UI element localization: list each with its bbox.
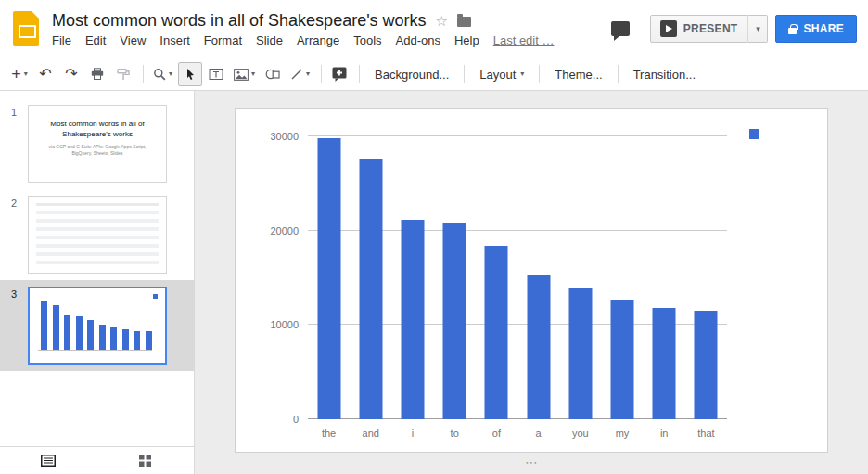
share-button[interactable]: SHARE	[775, 15, 857, 43]
thumb-title-text: Most common words in all of Shakespeare'…	[40, 120, 155, 140]
paint-roller-icon	[117, 68, 130, 81]
notes-resize-handle[interactable]: ⋯	[525, 455, 538, 468]
menu-help[interactable]: Help	[454, 33, 479, 47]
slide-2-thumb[interactable]	[28, 196, 167, 274]
thumb-subtitle-text: via GCP and G Suite APIs: Google Apps Sc…	[47, 144, 147, 158]
bar-and[interactable]	[359, 159, 382, 419]
transition-button[interactable]: Transition...	[624, 62, 705, 86]
chevron-down-icon: ▾	[24, 70, 28, 78]
bar-in[interactable]	[653, 308, 676, 419]
document-title[interactable]: Most common words in all of Shakespeare'…	[52, 11, 427, 31]
menu-format[interactable]: Format	[204, 33, 242, 47]
add-comment-button[interactable]	[327, 62, 351, 86]
layout-label: Layout	[479, 68, 516, 82]
mini-bar	[64, 315, 70, 350]
bar-the[interactable]	[317, 138, 340, 419]
present-label: PRESENT	[683, 22, 738, 35]
select-tool-button[interactable]	[178, 62, 202, 86]
divider	[321, 65, 322, 83]
google-slides-app: Most common words in all of Shakespeare'…	[0, 0, 868, 474]
bar-chart[interactable]: 0100002000030000theanditoofayoumyinthat	[236, 109, 827, 452]
y-axis-tick-label: 0	[293, 414, 299, 425]
slide-number: 3	[0, 287, 28, 365]
undo-button[interactable]: ↶	[33, 62, 57, 86]
print-button[interactable]	[85, 62, 109, 86]
cursor-icon	[184, 68, 197, 81]
insert-image-button[interactable]: ▾	[230, 62, 259, 86]
slide-1-thumb[interactable]: Most common words in all of Shakespeare'…	[28, 105, 167, 183]
lock-icon	[788, 28, 797, 34]
present-button[interactable]: PRESENT	[650, 15, 748, 43]
mini-bar	[122, 329, 129, 350]
line-icon	[290, 68, 303, 81]
y-axis-tick-label: 20000	[270, 225, 299, 237]
theme-label: Theme...	[555, 68, 602, 82]
legend-swatch	[749, 129, 760, 139]
bar-i[interactable]	[402, 220, 425, 419]
bar-of[interactable]	[485, 246, 508, 419]
bar-you[interactable]	[568, 288, 592, 419]
slides-logo-icon[interactable]	[13, 11, 39, 46]
star-icon[interactable]: ☆	[436, 14, 448, 28]
background-button[interactable]: Background...	[365, 62, 458, 86]
grid-view-icon	[139, 455, 151, 467]
bar-a[interactable]	[527, 275, 550, 419]
chart-plot: 0100002000030000theanditoofayoumyinthat	[308, 136, 727, 419]
menu-tools[interactable]: Tools	[353, 33, 381, 47]
x-axis-label: a	[536, 428, 542, 439]
share-label: SHARE	[803, 22, 844, 35]
folder-icon[interactable]	[457, 17, 471, 27]
transition-label: Transition...	[633, 68, 696, 82]
image-icon	[234, 69, 249, 81]
plus-icon: +	[11, 66, 21, 83]
slide-number: 1	[0, 105, 28, 183]
menu-addons[interactable]: Add-ons	[396, 33, 440, 47]
paint-format-button[interactable]	[111, 62, 135, 86]
slide-thumbnail-2[interactable]: 2	[0, 189, 194, 280]
last-edit-link[interactable]: Last edit …	[493, 33, 555, 47]
bar-my[interactable]	[611, 300, 634, 419]
zoom-button[interactable]: ▾	[149, 62, 176, 86]
chevron-down-icon: ▾	[251, 70, 255, 78]
current-slide[interactable]: 0100002000030000theanditoofayoumyinthat	[235, 108, 828, 453]
filmstrip-view-button[interactable]	[0, 455, 97, 467]
slide-thumbnail-1[interactable]: 1 Most common words in all of Shakespear…	[0, 98, 194, 189]
menu-file[interactable]: File	[52, 33, 71, 47]
menu-slide[interactable]: Slide	[256, 33, 283, 47]
redo-button[interactable]: ↷	[59, 62, 83, 86]
bar-to[interactable]	[443, 223, 466, 419]
slide-thumbnail-3[interactable]: 3	[0, 280, 194, 371]
layout-button[interactable]: Layout ▾	[470, 62, 533, 86]
menu-arrange[interactable]: Arrange	[297, 33, 339, 47]
menu-bar: File Edit View Insert Format Slide Arran…	[52, 33, 568, 47]
main-area: 1 Most common words in all of Shakespear…	[0, 91, 868, 474]
slide-canvas: 0100002000030000theanditoofayoumyinthat …	[195, 91, 868, 474]
present-group: PRESENT ▾	[650, 15, 769, 43]
comments-icon[interactable]	[611, 21, 630, 36]
chevron-down-icon: ▾	[520, 70, 524, 78]
insert-shape-button[interactable]	[261, 62, 285, 86]
x-axis-label: my	[616, 428, 630, 439]
insert-line-button[interactable]: ▾	[287, 62, 313, 86]
menu-edit[interactable]: Edit	[85, 33, 106, 47]
x-axis-label: and	[363, 428, 379, 439]
x-axis-label: of	[492, 428, 501, 439]
grid-view-button[interactable]	[97, 455, 195, 467]
header: Most common words in all of Shakespeare'…	[0, 0, 868, 58]
new-slide-button[interactable]: + ▾	[7, 62, 32, 86]
mini-bar	[53, 305, 59, 350]
menu-view[interactable]: View	[120, 33, 146, 47]
theme-button[interactable]: Theme...	[545, 62, 611, 86]
bar-that[interactable]	[695, 311, 718, 419]
play-icon	[660, 20, 677, 37]
magnifier-icon	[153, 68, 166, 81]
mini-table-preview	[36, 203, 159, 266]
text-box-button[interactable]	[204, 62, 228, 86]
x-axis-label: i	[412, 428, 414, 439]
shape-icon	[265, 68, 280, 81]
slide-number: 2	[0, 196, 28, 274]
menu-insert[interactable]: Insert	[160, 33, 190, 47]
mini-bar	[99, 325, 106, 350]
slide-3-thumb[interactable]	[28, 287, 167, 365]
present-dropdown-button[interactable]: ▾	[747, 15, 768, 43]
